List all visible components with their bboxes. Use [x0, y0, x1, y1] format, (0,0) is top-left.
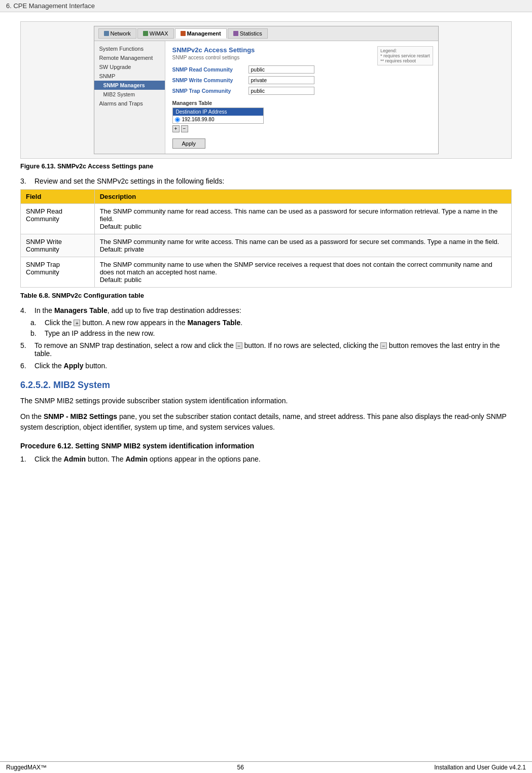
proc-step-1: 1. Click the Admin button. The Admin opt… [20, 455, 512, 463]
ui-right-panel: Legend: * requires service restart ** re… [165, 41, 438, 154]
managers-table: Destination IP Address 192.168.99.80 [172, 108, 264, 124]
snmp-read-community-input[interactable] [249, 65, 314, 74]
step-4b: b. Type an IP address in the new row. [30, 329, 512, 337]
table-header-field: Field [21, 190, 95, 204]
step-3: 3. Review and set the SNMPv2c settings i… [20, 177, 512, 185]
desc-read-community: The SNMP community name for read access.… [94, 204, 511, 234]
snmp-read-community-row: SNMP Read Community [172, 65, 431, 74]
snmp-trap-community-row: SNMP Trap Community [172, 87, 431, 95]
snmp-mib2-bold: SNMP - MIB2 Settings [44, 412, 117, 420]
step-3-num: 3. [20, 177, 34, 185]
admin-bold-2: Admin [126, 455, 148, 463]
step-5: 5. To remove an SNMP trap destination, s… [20, 341, 512, 358]
legend-box: Legend: * requires service restart ** re… [377, 46, 433, 65]
legend-line3: ** requires reboot [380, 58, 430, 63]
sidebar-item-mib2-system[interactable]: MIB2 System [94, 90, 165, 99]
step-5-content: To remove an SNMP trap destination, sele… [34, 341, 512, 358]
ui-sidebar: System Functions Remote Management SW Up… [94, 41, 165, 154]
figure-caption: Figure 6.13. SNMPv2c Access Settings pan… [20, 163, 512, 170]
sidebar-item-sw-upgrade[interactable]: SW Upgrade [94, 62, 165, 72]
field-trap-community: SNMP Trap Community [21, 257, 95, 288]
table-row-write-community: SNMP Write Community The SNMP community … [21, 234, 512, 257]
step-4b-letter: b. [30, 329, 43, 337]
apply-bold: Apply [64, 362, 84, 370]
add-icon: + [74, 320, 80, 326]
section-para1: The SNMP MIB2 settings provide subscribe… [20, 396, 512, 406]
screenshot-box: Network WiMAX Management Statistics [20, 21, 512, 159]
config-table: Field Description SNMP Read Community Th… [20, 189, 512, 288]
snmp-write-community-row: SNMP Write Community [172, 76, 431, 84]
remove-row-button[interactable]: − [181, 125, 188, 132]
step-4-content: In the Managers Table, add up to five tr… [34, 306, 512, 314]
footer-left: RuggedMAX™ [6, 764, 47, 771]
managers-table-label: Managers Table [172, 100, 431, 106]
snmp-write-community-input[interactable] [249, 76, 314, 84]
legend-line2: * requires service restart [380, 53, 430, 58]
proc-step-1-num: 1. [20, 455, 34, 463]
managers-table-header: Destination IP Address [173, 108, 263, 116]
ui-nav: Network WiMAX Management Statistics [94, 26, 438, 41]
desc-write-community: The SNMP community name for write access… [94, 234, 511, 257]
snmp-write-community-label: SNMP Write Community [172, 77, 249, 83]
wimax-icon [143, 31, 148, 36]
field-read-community: SNMP Read Community [21, 204, 95, 234]
step-5-num: 5. [20, 341, 34, 358]
tab-management[interactable]: Management [175, 28, 227, 39]
snmp-trap-community-label: SNMP Trap Community [172, 88, 249, 94]
add-row-button[interactable]: + [172, 125, 180, 132]
admin-bold-1: Admin [64, 455, 86, 463]
section-para2: On the SNMP - MIB2 Settings pane, you se… [20, 411, 512, 433]
field-write-community: SNMP Write Community [21, 234, 95, 257]
remove-icon-2: − [380, 342, 387, 349]
footer-right: Installation and User Guide v4.2.1 [434, 764, 526, 771]
snmp-trap-community-input[interactable] [249, 87, 314, 95]
step-4b-text: Type an IP address in the new row. [45, 329, 155, 337]
page-header: 6. CPE Management Interface [0, 0, 532, 12]
step-6-content: Click the Apply button. [34, 362, 512, 370]
managers-table-bold-4a: Managers Table [187, 319, 240, 327]
legend-title: Legend: [380, 48, 430, 53]
network-icon [104, 31, 109, 36]
desc-trap-community: The SNMP community name to use when the … [94, 257, 511, 288]
step-6: 6. Click the Apply button. [20, 362, 512, 370]
table-row-read-community: SNMP Read Community The SNMP community n… [21, 204, 512, 234]
step-4a: a. Click the + button. A new row appears… [30, 319, 512, 327]
tab-wimax[interactable]: WiMAX [137, 28, 174, 39]
step-4a-letter: a. [30, 319, 43, 327]
management-icon [181, 31, 186, 36]
section-heading: 6.2.5.2. MIB2 System [20, 380, 512, 391]
table-caption: Table 6.8. SNMPv2c Configuration table [20, 292, 512, 299]
table-row-trap-community: SNMP Trap Community The SNMP community n… [21, 257, 512, 288]
step-6-num: 6. [20, 362, 34, 370]
sidebar-item-system-functions[interactable]: System Functions [94, 44, 165, 53]
managers-table-row[interactable]: 192.168.99.80 [173, 116, 263, 123]
procedure-heading: Procedure 6.12. Setting SNMP MIB2 system… [20, 442, 512, 450]
step-4: 4. In the Managers Table, add up to five… [20, 306, 512, 314]
chapter-title: 6. CPE Management Interface [6, 2, 95, 10]
managers-table-section: Managers Table Destination IP Address 19… [172, 100, 431, 132]
apply-button[interactable]: Apply [172, 138, 206, 149]
ui-body: System Functions Remote Management SW Up… [94, 41, 438, 154]
step-4-num: 4. [20, 306, 34, 314]
table-header-description: Description [94, 190, 511, 204]
sidebar-item-snmp-managers[interactable]: SNMP Managers [94, 81, 165, 90]
managers-table-ip: 192.168.99.80 [182, 117, 215, 122]
snmp-read-community-label: SNMP Read Community [172, 66, 249, 73]
footer-center: 56 [237, 764, 243, 771]
remove-icon-1: − [236, 342, 242, 349]
tab-statistics[interactable]: Statistics [228, 28, 268, 39]
tab-network[interactable]: Network [98, 28, 136, 39]
ui-mock: Network WiMAX Management Statistics [94, 26, 439, 154]
sidebar-item-remote-management[interactable]: Remote Management [94, 53, 165, 62]
step-3-text: Review and set the SNMPv2c settings in t… [34, 177, 512, 185]
sidebar-item-alarms-traps[interactable]: Alarms and Traps [94, 99, 165, 108]
main-content: Network WiMAX Management Statistics [0, 12, 532, 498]
sidebar-item-snmp[interactable]: SNMP [94, 72, 165, 81]
managers-table-radio[interactable] [175, 117, 180, 122]
proc-step-1-content: Click the Admin button. The Admin option… [34, 455, 512, 463]
statistics-icon [233, 31, 238, 36]
table-buttons: + − [172, 125, 431, 132]
page-footer: RuggedMAX™ 56 Installation and User Guid… [0, 761, 532, 773]
managers-table-bold: Managers Table [54, 306, 108, 314]
